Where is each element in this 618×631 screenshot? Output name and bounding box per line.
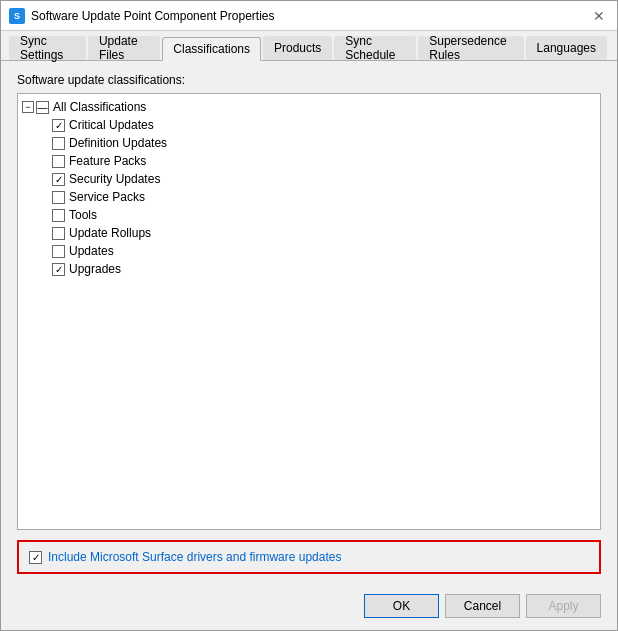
all-classifications-label: All Classifications [53, 100, 146, 114]
button-bar: OK Cancel Apply [1, 586, 617, 630]
tree-item-critical-updates: Critical Updates [38, 116, 596, 134]
title-bar-left: S Software Update Point Component Proper… [9, 8, 274, 24]
label-service-packs: Service Packs [69, 190, 145, 204]
surface-drivers-section: Include Microsoft Surface drivers and fi… [17, 540, 601, 574]
checkbox-update-rollups[interactable] [52, 227, 65, 240]
tab-content: Software update classifications: − All C… [1, 61, 617, 586]
close-button[interactable]: ✕ [589, 6, 609, 26]
dialog-window: S Software Update Point Component Proper… [0, 0, 618, 631]
label-update-rollups: Update Rollups [69, 226, 151, 240]
ok-button[interactable]: OK [364, 594, 439, 618]
checkbox-updates[interactable] [52, 245, 65, 258]
label-feature-packs: Feature Packs [69, 154, 146, 168]
checkbox-feature-packs[interactable] [52, 155, 65, 168]
label-updates: Updates [69, 244, 114, 258]
tab-languages[interactable]: Languages [526, 36, 607, 60]
tree-root-item: − All Classifications [22, 98, 596, 116]
section-label: Software update classifications: [17, 73, 601, 87]
checkbox-all-classifications[interactable] [36, 101, 49, 114]
expand-icon[interactable]: − [22, 101, 34, 113]
tab-sync-schedule[interactable]: Sync Schedule [334, 36, 416, 60]
tree-item-feature-packs: Feature Packs [38, 152, 596, 170]
tree-item-security-updates: Security Updates [38, 170, 596, 188]
tab-update-files[interactable]: Update Files [88, 36, 160, 60]
label-critical-updates: Critical Updates [69, 118, 154, 132]
tab-sync-settings[interactable]: Sync Settings [9, 36, 86, 60]
surface-label-prefix: Include Microsoft Surface drivers [48, 550, 223, 564]
tree-item-updates: Updates [38, 242, 596, 260]
surface-label: Include Microsoft Surface drivers and fi… [48, 550, 341, 564]
tab-supersedence-rules[interactable]: Supersedence Rules [418, 36, 523, 60]
tab-classifications[interactable]: Classifications [162, 37, 261, 61]
checkbox-definition-updates[interactable] [52, 137, 65, 150]
classifications-tree: − All Classifications Critical Updates D… [17, 93, 601, 530]
tab-products[interactable]: Products [263, 36, 332, 60]
title-bar: S Software Update Point Component Proper… [1, 1, 617, 31]
tree-item-tools: Tools [38, 206, 596, 224]
checkbox-critical-updates[interactable] [52, 119, 65, 132]
tabs-bar: Sync Settings Update Files Classificatio… [1, 31, 617, 61]
app-icon: S [9, 8, 25, 24]
checkbox-service-packs[interactable] [52, 191, 65, 204]
label-upgrades: Upgrades [69, 262, 121, 276]
checkbox-upgrades[interactable] [52, 263, 65, 276]
tree-item-definition-updates: Definition Updates [38, 134, 596, 152]
surface-label-link: and firmware updates [223, 550, 342, 564]
apply-button[interactable]: Apply [526, 594, 601, 618]
dialog-title: Software Update Point Component Properti… [31, 9, 274, 23]
tree-item-update-rollups: Update Rollups [38, 224, 596, 242]
tree-item-service-packs: Service Packs [38, 188, 596, 206]
cancel-button[interactable]: Cancel [445, 594, 520, 618]
checkbox-surface-drivers[interactable] [29, 551, 42, 564]
checkbox-security-updates[interactable] [52, 173, 65, 186]
label-security-updates: Security Updates [69, 172, 160, 186]
tree-item-upgrades: Upgrades [38, 260, 596, 278]
checkbox-tools[interactable] [52, 209, 65, 222]
label-tools: Tools [69, 208, 97, 222]
label-definition-updates: Definition Updates [69, 136, 167, 150]
